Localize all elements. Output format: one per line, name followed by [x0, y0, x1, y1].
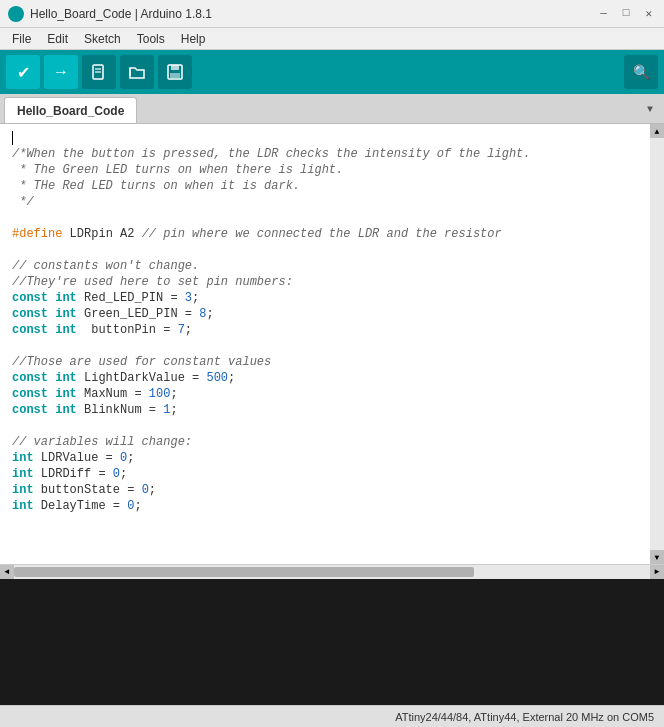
code-line-19: // variables will change:: [12, 434, 652, 450]
code-line-8: // constants won't change.: [12, 258, 652, 274]
status-bar: ATtiny24/44/84, ATtiny44, External 20 MH…: [0, 705, 664, 727]
horizontal-scrollbar[interactable]: ◄ ►: [0, 564, 664, 578]
code-line-4: */: [12, 194, 652, 210]
code-line-7: [12, 242, 652, 258]
code-line-11: const int Green_LED_PIN = 8;: [12, 306, 652, 322]
vertical-scrollbar[interactable]: ▲ ▼: [650, 124, 664, 564]
code-line-17: const int BlinkNum = 1;: [12, 402, 652, 418]
app-icon: [8, 6, 24, 22]
menu-help[interactable]: Help: [173, 30, 214, 48]
code-line-20: int LDRValue = 0;: [12, 450, 652, 466]
maximize-button[interactable]: □: [619, 6, 634, 21]
code-line-14: //Those are used for constant values: [12, 354, 652, 370]
code-line-16: const int MaxNum = 100;: [12, 386, 652, 402]
code-line-22: int buttonState = 0;: [12, 482, 652, 498]
h-scroll-thumb[interactable]: [14, 567, 474, 577]
tab-label: Hello_Board_Code: [17, 104, 124, 118]
code-line-1: /*When the button is pressed, the LDR ch…: [12, 146, 652, 162]
menu-edit[interactable]: Edit: [39, 30, 76, 48]
code-line-13: [12, 338, 652, 354]
code-line-3: * THe Red LED turns on when it is dark.: [12, 178, 652, 194]
title-bar: Hello_Board_Code | Arduino 1.8.1 — □ ✕: [0, 0, 664, 28]
scroll-left-arrow[interactable]: ◄: [0, 565, 14, 579]
code-line-10: const int Red_LED_PIN = 3;: [12, 290, 652, 306]
code-line-15: const int LightDarkValue = 500;: [12, 370, 652, 386]
tab-dropdown[interactable]: ▼: [638, 97, 662, 121]
menu-tools[interactable]: Tools: [129, 30, 173, 48]
toolbar: ✔ → 🔍: [0, 50, 664, 94]
menu-bar: File Edit Sketch Tools Help: [0, 28, 664, 50]
close-button[interactable]: ✕: [641, 6, 656, 21]
search-button[interactable]: 🔍: [624, 55, 658, 89]
minimize-button[interactable]: —: [596, 6, 611, 21]
cursor-line: [12, 130, 652, 146]
svg-rect-5: [170, 73, 180, 78]
code-line-5: [12, 210, 652, 226]
code-line-2: * The Green LED turns on when there is l…: [12, 162, 652, 178]
code-line-18: [12, 418, 652, 434]
tab-hello-board-code[interactable]: Hello_Board_Code: [4, 97, 137, 123]
status-text: ATtiny24/44/84, ATtiny44, External 20 MH…: [395, 711, 654, 723]
code-line-6: #define LDRpin A2 // pin where we connec…: [12, 226, 652, 242]
new-button[interactable]: [82, 55, 116, 89]
code-line-12: const int buttonPin = 7;: [12, 322, 652, 338]
window-controls: — □ ✕: [596, 6, 656, 21]
verify-button[interactable]: ✔: [6, 55, 40, 89]
code-editor[interactable]: /*When the button is pressed, the LDR ch…: [0, 124, 664, 564]
upload-button[interactable]: →: [44, 55, 78, 89]
window-title: Hello_Board_Code | Arduino 1.8.1: [30, 7, 596, 21]
code-line-21: int LDRDiff = 0;: [12, 466, 652, 482]
svg-rect-4: [171, 65, 179, 70]
scroll-right-arrow[interactable]: ►: [650, 565, 664, 579]
editor-container: /*When the button is pressed, the LDR ch…: [0, 124, 664, 564]
scroll-down-arrow[interactable]: ▼: [650, 550, 664, 564]
code-line-23: int DelayTime = 0;: [12, 498, 652, 514]
save-button[interactable]: [158, 55, 192, 89]
console-area: [0, 578, 664, 668]
scroll-up-arrow[interactable]: ▲: [650, 124, 664, 138]
code-line-9: //They're used here to set pin numbers:: [12, 274, 652, 290]
open-button[interactable]: [120, 55, 154, 89]
menu-sketch[interactable]: Sketch: [76, 30, 129, 48]
menu-file[interactable]: File: [4, 30, 39, 48]
text-cursor: [12, 131, 13, 145]
h-scroll-track[interactable]: [14, 565, 650, 579]
scroll-track[interactable]: [650, 138, 664, 550]
tab-bar: Hello_Board_Code ▼: [0, 94, 664, 124]
